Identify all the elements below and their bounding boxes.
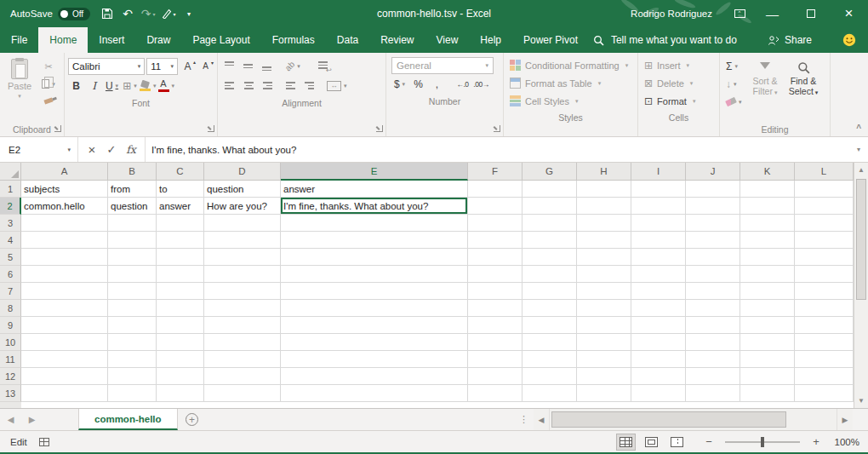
conditional-formatting-button[interactable]: Conditional Formatting — [505, 56, 636, 74]
cell-B9[interactable] — [108, 317, 157, 334]
cell-D10[interactable] — [204, 334, 281, 351]
cell-H13[interactable] — [577, 385, 631, 402]
cell-C2[interactable]: answer — [157, 198, 204, 215]
tab-formulas[interactable]: Formulas — [261, 27, 326, 53]
cell-G10[interactable] — [523, 334, 577, 351]
cell-J7[interactable] — [686, 283, 740, 300]
font-name-select[interactable]: Calibri — [68, 58, 145, 75]
cell-F6[interactable] — [468, 266, 523, 283]
cancel-button[interactable]: × — [83, 141, 100, 159]
cell-I12[interactable] — [631, 368, 686, 385]
cell-F11[interactable] — [468, 351, 523, 368]
macro-record-button[interactable] — [39, 438, 49, 446]
cell-D1[interactable]: question — [204, 181, 281, 198]
cell-K9[interactable] — [740, 317, 795, 334]
fill-color-button[interactable] — [140, 78, 157, 94]
percent-style-button[interactable]: % — [410, 76, 426, 92]
cell-G8[interactable] — [523, 300, 577, 317]
row-header-9[interactable]: 9 — [0, 317, 21, 334]
sheet-tab-splitter[interactable] — [514, 409, 534, 430]
decrease-decimal-button[interactable]: .00→ — [473, 76, 489, 92]
cell-B1[interactable]: from — [108, 181, 157, 198]
column-header-G[interactable]: G — [523, 163, 577, 181]
cell-F1[interactable] — [468, 181, 523, 198]
cell-H11[interactable] — [577, 351, 631, 368]
insert-cells-button[interactable]: ⊞ Insert — [640, 56, 717, 74]
save-button[interactable] — [97, 3, 117, 25]
horizontal-scrollbar[interactable]: ◀ ▶ — [534, 409, 853, 430]
zoom-slider-thumb[interactable] — [761, 437, 764, 447]
cell-G11[interactable] — [523, 351, 577, 368]
select-all-button[interactable] — [0, 163, 21, 181]
tab-help[interactable]: Help — [469, 27, 512, 53]
page-layout-view-button[interactable] — [642, 434, 660, 450]
number-format-select[interactable]: General — [391, 57, 494, 74]
cell-I10[interactable] — [631, 334, 686, 351]
cell-E9[interactable] — [281, 317, 468, 334]
tab-insert[interactable]: Insert — [88, 27, 135, 53]
cell-D12[interactable] — [204, 368, 281, 385]
cell-K3[interactable] — [740, 215, 795, 232]
row-header-1[interactable]: 1 — [0, 181, 21, 198]
cell-B6[interactable] — [108, 266, 157, 283]
cell-A2[interactable]: common.hello — [21, 198, 108, 215]
cell-D2[interactable]: How are you? — [204, 198, 281, 215]
horizontal-scroll-track[interactable] — [549, 409, 837, 430]
cell-L6[interactable] — [795, 266, 854, 283]
cell-B5[interactable] — [108, 249, 157, 266]
decrease-font-size-button[interactable]: A — [197, 58, 214, 74]
zoom-in-button[interactable]: + — [809, 435, 823, 448]
row-header-12[interactable]: 12 — [0, 368, 21, 385]
cell-C13[interactable] — [157, 385, 204, 402]
scroll-right-icon[interactable]: ▶ — [837, 409, 853, 430]
cell-C5[interactable] — [157, 249, 204, 266]
cell-H5[interactable] — [577, 249, 631, 266]
tab-power-pivot[interactable]: Power Pivot — [512, 27, 589, 53]
cell-G12[interactable] — [523, 368, 577, 385]
cell-F5[interactable] — [468, 249, 523, 266]
zoom-level[interactable]: 100% — [831, 437, 859, 447]
bold-button[interactable]: B — [68, 78, 84, 94]
vertical-scroll-track[interactable] — [854, 177, 868, 394]
cell-G5[interactable] — [523, 249, 577, 266]
cell-L7[interactable] — [795, 283, 854, 300]
cell-I1[interactable] — [631, 181, 686, 198]
cell-H3[interactable] — [577, 215, 631, 232]
top-align-button[interactable] — [221, 58, 238, 74]
cell-I5[interactable] — [631, 249, 686, 266]
cell-D7[interactable] — [204, 283, 281, 300]
zoom-slider[interactable] — [725, 441, 800, 443]
row-header-3[interactable]: 3 — [0, 215, 21, 232]
cell-A6[interactable] — [21, 266, 108, 283]
page-break-view-button[interactable] — [668, 434, 686, 450]
fill-button[interactable]: ↓ — [723, 76, 745, 92]
cell-A5[interactable] — [21, 249, 108, 266]
column-header-I[interactable]: I — [631, 163, 686, 181]
sheet-nav-next-button[interactable]: ▶ — [21, 409, 43, 430]
cell-H9[interactable] — [577, 317, 631, 334]
cell-C8[interactable] — [157, 300, 204, 317]
share-button[interactable]: Share — [768, 34, 812, 46]
merge-center-button[interactable] — [327, 78, 347, 94]
clear-button[interactable] — [723, 94, 745, 110]
cell-K4[interactable] — [740, 232, 795, 249]
redo-button[interactable]: ↷ — [138, 3, 158, 25]
row-header-2[interactable]: 2 — [0, 198, 21, 215]
cell-J6[interactable] — [686, 266, 740, 283]
cell-E7[interactable] — [281, 283, 468, 300]
cell-H1[interactable] — [577, 181, 631, 198]
scroll-left-icon[interactable]: ◀ — [534, 409, 549, 430]
cell-A3[interactable] — [21, 215, 108, 232]
cell-J13[interactable] — [686, 385, 740, 402]
collapse-ribbon-button[interactable]: ^ — [856, 124, 861, 133]
row-header-7[interactable]: 7 — [0, 283, 21, 300]
cell-B3[interactable] — [108, 215, 157, 232]
column-header-D[interactable]: D — [204, 163, 281, 181]
cell-K11[interactable] — [740, 351, 795, 368]
cell-H7[interactable] — [577, 283, 631, 300]
cell-D8[interactable] — [204, 300, 281, 317]
sheet-nav-prev-button[interactable]: ◀ — [0, 409, 21, 430]
tab-view[interactable]: View — [425, 27, 470, 53]
cell-L3[interactable] — [795, 215, 854, 232]
align-center-button[interactable] — [240, 78, 257, 94]
